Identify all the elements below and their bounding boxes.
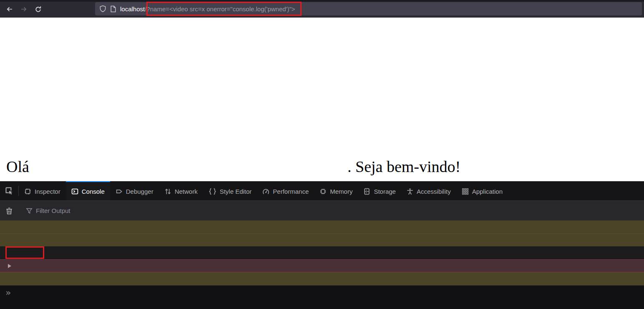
reload-icon [35, 6, 42, 13]
filter-output-input[interactable] [36, 207, 644, 214]
expand-arrow-icon[interactable] [8, 264, 11, 268]
devtools-tabbar: Inspector Console Debugger [0, 181, 644, 201]
network-icon [164, 188, 171, 195]
application-icon [462, 188, 469, 195]
performance-icon [262, 188, 269, 195]
tab-network[interactable]: Network [159, 181, 203, 200]
console-output: This page is in Quirks Mode. Page layout… [0, 220, 644, 285]
back-button[interactable] [3, 3, 17, 15]
storage-icon [363, 188, 370, 195]
tab-label: Accessibility [417, 188, 451, 195]
tab-console[interactable]: Console [66, 181, 110, 200]
tabstrip-edge [0, 0, 644, 2]
tab-application[interactable]: Application [456, 181, 508, 200]
url-text: localhost/?name=<video src=x onerror="co… [120, 5, 295, 13]
console-icon [71, 188, 78, 195]
console-toolbar [0, 201, 644, 220]
tab-inspector[interactable]: Inspector [19, 181, 66, 200]
url-bar[interactable]: localhost/?name=<video src=x onerror="co… [95, 2, 642, 15]
memory-icon [319, 188, 327, 195]
console-input-prompt[interactable]: » [5, 287, 11, 298]
devtools-panel: Inspector Console Debugger [0, 181, 644, 309]
forward-button[interactable] [17, 3, 31, 15]
tab-label: Memory [330, 188, 352, 195]
console-message-pwned: pwned [0, 246, 644, 259]
tab-label: Storage [374, 188, 396, 195]
reload-button[interactable] [31, 3, 45, 15]
console-message-favicon-error: GEThttp://localhost/favicon.ico [0, 259, 644, 272]
tab-label: Console [82, 188, 105, 195]
debugger-icon [116, 188, 123, 195]
page-greeting-suffix: . Seja bem-vindo! [347, 157, 460, 176]
trash-icon [5, 207, 13, 215]
style-editor-icon [209, 188, 216, 195]
back-arrow-icon [6, 6, 13, 13]
accessibility-icon [407, 188, 413, 195]
clear-console-button[interactable] [0, 207, 18, 215]
tab-debugger[interactable]: Debugger [110, 181, 159, 200]
tab-label: Performance [273, 188, 309, 195]
filter-icon [26, 208, 33, 214]
inspector-icon [24, 188, 31, 195]
tab-accessibility[interactable]: Accessibility [401, 181, 456, 200]
url-query: /?name=<video src=x onerror="console.log… [145, 5, 295, 13]
tab-label: Network [175, 188, 198, 195]
tab-label: Debugger [126, 188, 153, 195]
shield-icon[interactable] [99, 5, 106, 13]
node-picker-icon [5, 187, 14, 195]
console-message-quirks-mode: This page is in Quirks Mode. Page layout… [0, 220, 644, 233]
forward-arrow-icon [20, 6, 28, 13]
tab-style-editor[interactable]: Style Editor [203, 181, 257, 200]
page-greeting-prefix: Olá [6, 157, 29, 176]
tab-memory[interactable]: Memory [314, 181, 358, 200]
tab-label: Application [472, 188, 503, 195]
page-icon[interactable] [110, 5, 116, 13]
browser-toolbar: localhost/?name=<video src=x onerror="co… [0, 0, 644, 18]
console-message-content-type: HTTP “Content-Type” of “text/html” is no… [0, 233, 644, 246]
url-host: localhost [120, 5, 145, 13]
console-message-cannot-play: Cannot play media. No decoders for reque… [0, 272, 644, 285]
tab-label: Inspector [35, 188, 60, 195]
tab-storage[interactable]: Storage [358, 181, 401, 200]
console-input-area[interactable]: » [0, 285, 644, 309]
tab-performance[interactable]: Performance [257, 181, 314, 200]
tab-label: Style Editor [220, 188, 252, 195]
node-picker-button[interactable] [0, 181, 18, 200]
